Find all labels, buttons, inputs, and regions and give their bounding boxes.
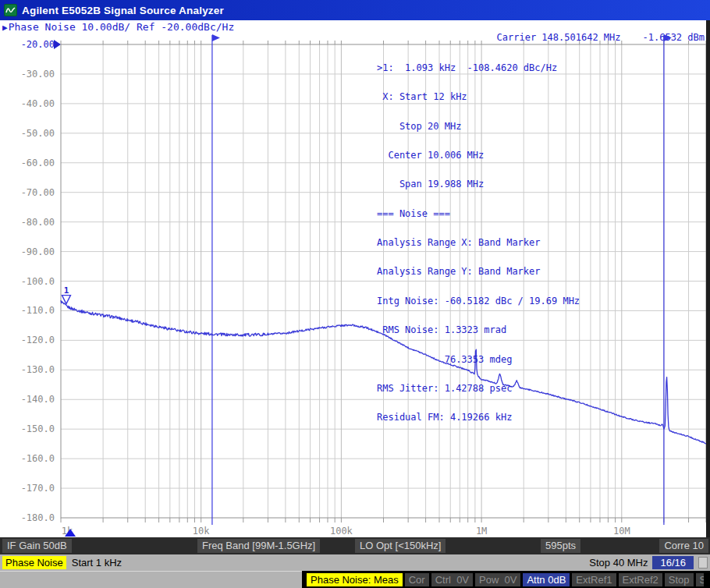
- analysis-readout-line: Center 10.006 MHz: [377, 151, 580, 160]
- reference-level-icon: [54, 40, 61, 49]
- softkey-extref1[interactable]: ExtRef1: [572, 573, 616, 586]
- y-axis-tick-label: -140.0: [21, 394, 55, 405]
- y-axis-tick-label: -150.0: [21, 423, 55, 434]
- y-axis-tick-label: -170.0: [21, 483, 55, 494]
- system-indicators: Phase Noise: Meas CorCtrl 0VPow 0VAttn 0…: [302, 571, 710, 588]
- y-axis-tick-label: -20.00: [21, 39, 55, 50]
- y-axis-tick-label: -120.0: [21, 335, 55, 345]
- analysis-readout-line: Span 19.988 MHz: [377, 179, 580, 189]
- analysis-readout-line: RMS Jitter: 1.42788 psec: [377, 384, 580, 393]
- sweep-start-label: Start 1 kHz: [72, 557, 122, 569]
- analysis-readout-line: === Noise ===: [377, 209, 580, 218]
- average-count-badge: 16/16: [652, 556, 694, 569]
- softkey-measurement-status[interactable]: Phase Noise: Meas: [307, 573, 403, 586]
- x-axis-tick-label: 100k: [330, 526, 353, 537]
- instrument-screen: Agilent E5052B Signal Source Analyzer ▶P…: [0, 0, 710, 588]
- y-axis-tick-label: -30.00: [21, 69, 55, 80]
- status-if-gain: IF Gain 50dB: [2, 539, 72, 553]
- message-bar: [0, 571, 302, 588]
- softkey-ctrl-0v[interactable]: Ctrl 0V: [431, 573, 473, 586]
- app-waveform-icon[interactable]: [4, 4, 17, 16]
- softkey-extref2[interactable]: ExtRef2: [619, 573, 662, 586]
- status-freq-band: Freq Band [99M-1.5GHz]: [197, 539, 320, 553]
- analysis-readout-line: Intg Noise: -60.5182 dBc / 19.69 MHz: [377, 296, 580, 306]
- title-bar: Agilent E5052B Signal Source Analyzer: [0, 0, 710, 20]
- analysis-readout-line: >1: 1.093 kHz -108.4620 dBc/Hz: [377, 63, 580, 73]
- y-axis-tick-label: -90.00: [21, 246, 55, 257]
- window-title: Agilent E5052B Signal Source Analyzer: [22, 5, 224, 16]
- y-axis-tick-label: -80.00: [21, 217, 55, 228]
- softkey-cor[interactable]: Cor: [405, 573, 429, 586]
- screen-bezel: [706, 20, 710, 537]
- x-axis-tick-label: 1M: [476, 526, 487, 537]
- analysis-readout-line: Analysis Range Y: Band Marker: [377, 267, 580, 276]
- plot-svg[interactable]: -20.00-30.00-40.00-50.00-60.00-70.00-80.…: [0, 0, 710, 540]
- system-bar: Phase Noise: Meas CorCtrl 0VPow 0VAttn 0…: [0, 571, 710, 588]
- trace-scale-label: Phase Noise 10.00dB/ Ref -20.00dBc/Hz: [9, 21, 235, 33]
- softkey-stop[interactable]: Stop: [665, 573, 694, 586]
- y-axis-tick-label: -160.0: [21, 453, 55, 464]
- analysis-readout: >1: 1.093 kHz -108.4620 dBc/Hz X: Start …: [377, 44, 580, 442]
- y-axis-tick-label: -60.00: [21, 158, 55, 168]
- status-indicator-box: [698, 557, 708, 569]
- analysis-readout-line: Residual FM: 4.19266 kHz: [377, 413, 580, 422]
- softkey-attn-0db[interactable]: Attn 0dB: [523, 573, 570, 586]
- status-points: 595pts: [541, 539, 580, 553]
- softkey-s[interactable]: S: [696, 573, 704, 586]
- analysis-readout-line: Analysis Range X: Band Marker: [377, 238, 580, 247]
- marker-1-label: 1: [64, 285, 69, 296]
- band-marker-flag-icon: [664, 34, 672, 41]
- status-lo-opt: LO Opt [<150kHz]: [355, 539, 446, 553]
- analysis-readout-line: RMS Noise: 1.3323 mrad: [377, 325, 580, 335]
- analysis-readout-line: Stop 20 MHz: [377, 122, 580, 131]
- active-trace-icon: ▶: [2, 23, 8, 33]
- y-axis-tick-label: -130.0: [21, 364, 55, 375]
- x-axis-tick-label: 10k: [193, 526, 210, 537]
- trace-scale-header[interactable]: ▶Phase Noise 10.00dB/ Ref -20.00dBc/Hz: [2, 21, 234, 33]
- y-axis-tick-label: -50.00: [21, 128, 55, 139]
- x-axis-tick-label: 10M: [613, 526, 630, 537]
- y-axis-tick-label: -40.00: [21, 98, 55, 109]
- status-bar-hardware: IF Gain 50dB Freq Band [99M-1.5GHz] LO O…: [0, 537, 710, 554]
- sweep-stop-label: Stop 40 MHz: [589, 557, 648, 569]
- y-axis-tick-label: -110.0: [21, 305, 55, 316]
- analysis-readout-line: X: Start 12 kHz: [377, 92, 580, 101]
- status-correlation: Corre 10: [659, 539, 708, 553]
- y-axis-tick-label: -180.0: [21, 512, 55, 523]
- band-marker-flag-icon: [212, 34, 220, 41]
- softkey-pow-0v[interactable]: Pow 0V: [475, 573, 520, 586]
- y-axis-tick-label: -100.0: [21, 276, 55, 287]
- y-axis-tick-label: -70.00: [21, 187, 55, 198]
- status-bar-sweep: Phase Noise Start 1 kHz Stop 40 MHz 16/1…: [0, 554, 710, 571]
- measurement-mode-badge: Phase Noise: [2, 556, 66, 569]
- analysis-readout-line: 76.3353 mdeg: [377, 355, 580, 364]
